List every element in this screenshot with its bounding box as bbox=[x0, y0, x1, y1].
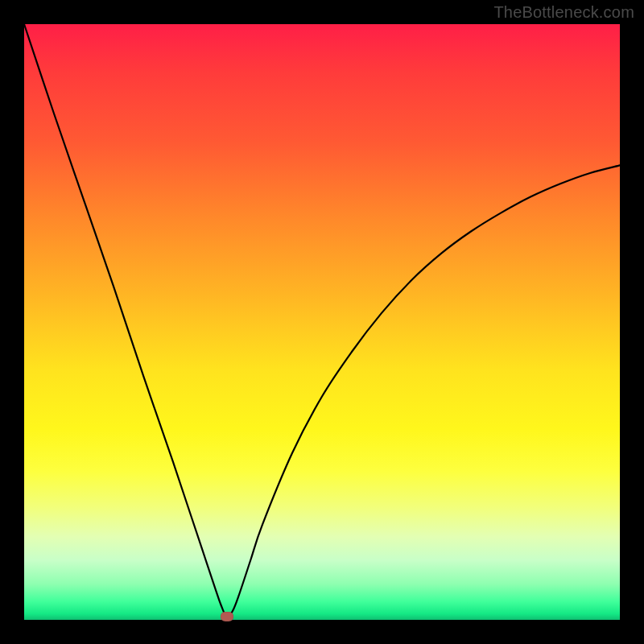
plot-area bbox=[24, 24, 620, 620]
watermark: TheBottleneck.com bbox=[493, 3, 634, 22]
bottleneck-curve bbox=[24, 24, 620, 620]
chart-stage: TheBottleneck.com bbox=[0, 0, 644, 644]
optimal-marker bbox=[221, 612, 233, 621]
curve-path bbox=[24, 24, 620, 617]
